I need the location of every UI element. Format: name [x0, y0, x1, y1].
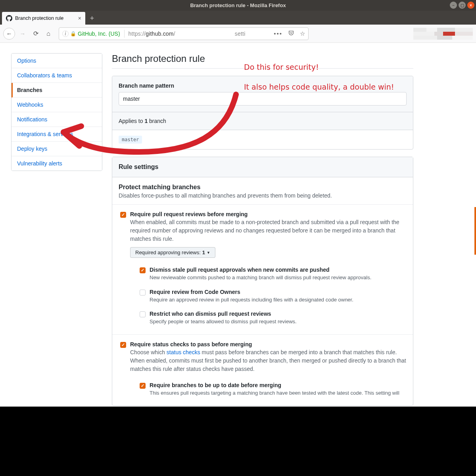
page-actions-icon[interactable]: •••	[274, 30, 282, 37]
main-column: Branch protection rule Branch name patte…	[112, 53, 413, 406]
caret-down-icon: ▼	[207, 251, 210, 255]
forward-button: →	[17, 28, 29, 40]
urlbar-separator	[124, 30, 125, 38]
sidenav-item-collaborators[interactable]: Collaborators & teams	[12, 68, 102, 83]
sidenav-item-branches: Branches	[12, 83, 102, 98]
letterbox-bottom	[0, 407, 476, 476]
lock-icon: 🔒	[70, 31, 76, 36]
github-favicon-icon	[6, 15, 12, 21]
sidenav-item-notifications[interactable]: Notifications	[12, 112, 102, 127]
checkbox-require-status-checks[interactable]	[120, 342, 126, 348]
window-close-button[interactable]: ×	[467, 2, 474, 9]
required-reviews-dropdown[interactable]: Required approving reviews: 1▼	[130, 247, 215, 258]
back-button[interactable]: ←	[3, 28, 15, 40]
reload-button[interactable]: ⟳	[30, 28, 41, 39]
scroll-indicator	[474, 207, 476, 255]
checkbox-code-owners[interactable]	[140, 290, 146, 296]
home-button[interactable]: ⌂	[43, 28, 54, 39]
subrule-restrict-dismiss: Restrict who can dismiss pull request re…	[130, 306, 407, 328]
rule-desc: Choose which status checks must pass bef…	[130, 348, 407, 373]
status-checks-link[interactable]: status checks	[167, 349, 200, 355]
browser-tabstrip: Branch protection rule × +	[0, 11, 476, 25]
protect-branches-head: Protect matching branches Disables force…	[112, 177, 413, 205]
rule-require-status-checks: Require status checks to pass before mer…	[112, 335, 413, 406]
window-minimize-button[interactable]: –	[450, 2, 457, 9]
pattern-head: Branch name pattern	[112, 76, 413, 112]
url-text: https://github.com/setti	[129, 31, 273, 37]
protect-desc: Disables force-pushes to all matching br…	[119, 192, 407, 199]
rule-settings-box: Rule settings Protect matching branches …	[112, 157, 413, 406]
sidenav-item-vulnerability-alerts[interactable]: Vulnerability alerts	[12, 156, 102, 171]
annotation-text-1: Do this for security!	[244, 63, 319, 71]
subrule-up-to-date: Require branches to be up to date before…	[130, 377, 407, 399]
checkbox-up-to-date[interactable]	[140, 383, 146, 389]
sidenav-item-webhooks[interactable]: Webhooks	[12, 98, 102, 112]
settings-sidenav: Options Collaborators & teams Branches W…	[11, 53, 102, 171]
window-title: Branch protection rule - Mozilla Firefox	[190, 2, 286, 8]
branch-pattern-input[interactable]	[119, 92, 407, 106]
annotation-text-2: It also helps code quality, a double win…	[244, 83, 394, 91]
protect-title: Protect matching branches	[119, 184, 407, 191]
sidenav-item-integrations[interactable]: Integrations & services	[12, 127, 102, 142]
applies-to-text: Applies to 1 branch	[112, 112, 413, 130]
bookmark-star-icon[interactable]: ☆	[300, 30, 305, 37]
new-tab-button[interactable]: +	[85, 12, 99, 25]
sidenav-item-deploy-keys[interactable]: Deploy keys	[12, 142, 102, 156]
browser-tab-active[interactable]: Branch protection rule ×	[2, 12, 85, 25]
rule-desc: When enabled, all commits must be made t…	[130, 218, 407, 243]
url-bar[interactable]: i 🔒 GitHub, Inc. (US) https://github.com…	[59, 27, 309, 40]
window-titlebar: Branch protection rule - Mozilla Firefox…	[0, 0, 476, 11]
rule-require-pr-reviews: Require pull request reviews before merg…	[112, 205, 413, 335]
site-identity-label: GitHub, Inc. (US)	[78, 31, 120, 37]
checkbox-restrict-dismiss[interactable]	[140, 311, 146, 317]
browser-toolbar: ← → ⟳ ⌂ i 🔒 GitHub, Inc. (US) https://gi…	[0, 25, 476, 43]
pocket-icon[interactable]	[288, 30, 294, 37]
tab-close-icon[interactable]: ×	[78, 15, 81, 21]
branch-chip: master	[119, 136, 142, 144]
subrule-dismiss-stale: Dismiss stale pull request approvals whe…	[130, 262, 407, 284]
rule-title: Require status checks to pass before mer…	[130, 341, 407, 347]
checkbox-dismiss-stale[interactable]	[140, 267, 146, 273]
tab-title: Branch protection rule	[15, 15, 63, 21]
rule-settings-heading: Rule settings	[112, 157, 413, 177]
window-maximize-button[interactable]: ▢	[459, 2, 466, 9]
subrule-code-owners: Require review from Code Owners Require …	[130, 284, 407, 306]
checkbox-require-pr-reviews[interactable]	[120, 212, 126, 218]
page-content: Options Collaborators & teams Branches W…	[0, 43, 476, 416]
toolbar-extensions-blur	[413, 28, 473, 40]
site-info-icon[interactable]: i	[62, 31, 69, 37]
sidenav-item-options[interactable]: Options	[12, 54, 102, 68]
matching-branches: master	[112, 130, 413, 149]
rule-title: Require pull request reviews before merg…	[130, 211, 407, 217]
